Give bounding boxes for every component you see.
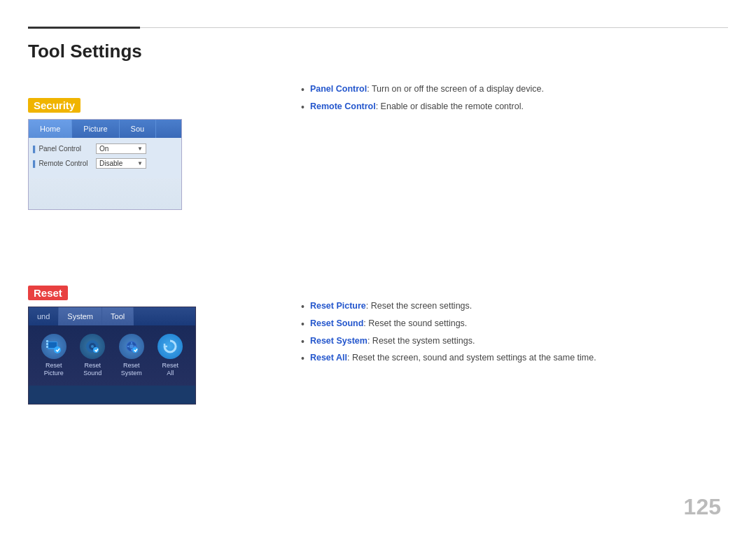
reset-picture-link[interactable]: Reset Picture — [310, 301, 366, 311]
reset-desc-all: • Reset All: Reset the screen, sound and… — [301, 353, 728, 365]
page-title: Tool Settings — [28, 41, 142, 62]
panel-control-desc: : Turn on or off the screen of a display… — [367, 84, 544, 94]
security-row-panel: Panel Control On ▼ — [33, 143, 177, 154]
svg-rect-2 — [46, 340, 48, 342]
bullet-icon4: • — [301, 318, 304, 330]
security-desc-remote: • Remote Control: Enable or disable the … — [301, 101, 728, 113]
bullet-icon: • — [301, 84, 304, 96]
top-bar-accent — [28, 27, 140, 29]
reset-sound-label: ResetSound — [83, 362, 102, 377]
bullet-icon2: • — [301, 101, 304, 113]
reset-description-area: • Reset Picture: Reset the screen settin… — [301, 301, 728, 370]
security-tab-picture: Picture — [72, 120, 119, 138]
reset-sound-text: Reset Sound: Reset the sound settings. — [310, 318, 467, 328]
reset-system-link[interactable]: Reset System — [310, 336, 368, 346]
svg-rect-3 — [46, 343, 48, 345]
bullet-icon6: • — [301, 353, 304, 365]
reset-screenshot: und System Tool ResetPicture — [28, 307, 196, 405]
reset-desc-sound: • Reset Sound: Reset the sound settings. — [301, 318, 728, 330]
svg-point-5 — [54, 346, 61, 353]
page-number: 125 — [684, 494, 721, 520]
bullet-icon3: • — [301, 301, 304, 313]
reset-tabs: und System Tool — [29, 307, 195, 325]
remote-control-link[interactable]: Remote Control — [310, 101, 376, 111]
svg-point-8 — [91, 345, 94, 348]
reset-system-desc: : Reset the system settings. — [368, 336, 475, 346]
reset-desc-system: • Reset System: Reset the system setting… — [301, 336, 728, 348]
security-desc-panel: • Panel Control: Turn on or off the scre… — [301, 84, 728, 96]
system-svg-icon — [124, 339, 139, 354]
reset-sound-item: ResetSound — [76, 334, 109, 377]
all-svg-icon — [162, 339, 178, 354]
top-bar — [28, 27, 728, 29]
security-panel-dropdown[interactable]: On ▼ — [96, 143, 146, 154]
reset-system-label: ResetSystem — [121, 362, 142, 377]
reset-system-icon — [119, 334, 144, 359]
svg-rect-1 — [48, 342, 57, 348]
reset-all-icon — [158, 334, 183, 359]
sound-svg-icon — [85, 339, 100, 354]
security-tabs: Home Picture Sou — [29, 120, 181, 138]
reset-sound-desc: : Reset the sound settings. — [363, 318, 467, 328]
reset-picture-desc: : Reset the screen settings. — [366, 301, 472, 311]
picture-svg-icon — [46, 339, 62, 354]
security-desc-remote-text: Remote Control: Enable or disable the re… — [310, 101, 524, 111]
reset-tab-tool: Tool — [102, 307, 134, 325]
dropdown-arrow-icon: ▼ — [137, 146, 143, 152]
panel-control-link[interactable]: Panel Control — [310, 84, 367, 94]
security-panel-label: Panel Control — [33, 145, 96, 153]
security-desc-panel-text: Panel Control: Turn on or off the screen… — [310, 84, 544, 94]
reset-desc-picture: • Reset Picture: Reset the screen settin… — [301, 301, 728, 313]
reset-all-text: Reset All: Reset the screen, sound and s… — [310, 353, 596, 363]
security-panel-value: On — [99, 145, 108, 153]
reset-tab-system: System — [59, 307, 102, 325]
reset-label: Reset — [28, 286, 68, 300]
reset-all-desc: : Reset the screen, sound and system set… — [347, 353, 596, 363]
svg-rect-4 — [46, 346, 48, 348]
reset-system-text: Reset System: Reset the system settings. — [310, 336, 475, 346]
security-remote-label: Remote Control — [33, 160, 96, 167]
reset-sound-link[interactable]: Reset Sound — [310, 318, 363, 328]
reset-all-link[interactable]: Reset All — [310, 353, 347, 363]
reset-sound-icon — [80, 334, 105, 359]
remote-control-desc: : Enable or disable the remote control. — [376, 101, 524, 111]
svg-point-11 — [130, 344, 134, 349]
reset-picture-text: Reset Picture: Reset the screen settings… — [310, 301, 472, 311]
reset-icons-area: ResetPicture ResetSound — [29, 325, 195, 386]
reset-picture-label: ResetPicture — [44, 362, 64, 377]
security-tab-sou: Sou — [120, 120, 157, 138]
security-description-area: • Panel Control: Turn on or off the scre… — [301, 84, 728, 119]
top-bar-line — [140, 27, 728, 28]
security-row-remote: Remote Control Disable ▼ — [33, 158, 177, 169]
reset-picture-item: ResetPicture — [37, 334, 71, 377]
dropdown-arrow-icon2: ▼ — [137, 160, 143, 167]
reset-system-item: ResetSystem — [115, 334, 148, 377]
bullet-icon5: • — [301, 336, 304, 348]
security-remote-value: Disable — [99, 160, 122, 167]
reset-all-item: ResetAll — [153, 334, 187, 377]
security-screenshot: Home Picture Sou Panel Control On ▼ Remo… — [28, 119, 182, 210]
reset-picture-icon — [41, 334, 66, 359]
reset-tab-und: und — [29, 307, 59, 325]
security-label: Security — [28, 98, 80, 113]
security-content: Panel Control On ▼ Remote Control Disabl… — [29, 138, 181, 178]
security-tab-home: Home — [29, 120, 72, 138]
reset-all-label: ResetAll — [162, 362, 178, 377]
security-remote-dropdown[interactable]: Disable ▼ — [96, 158, 146, 169]
